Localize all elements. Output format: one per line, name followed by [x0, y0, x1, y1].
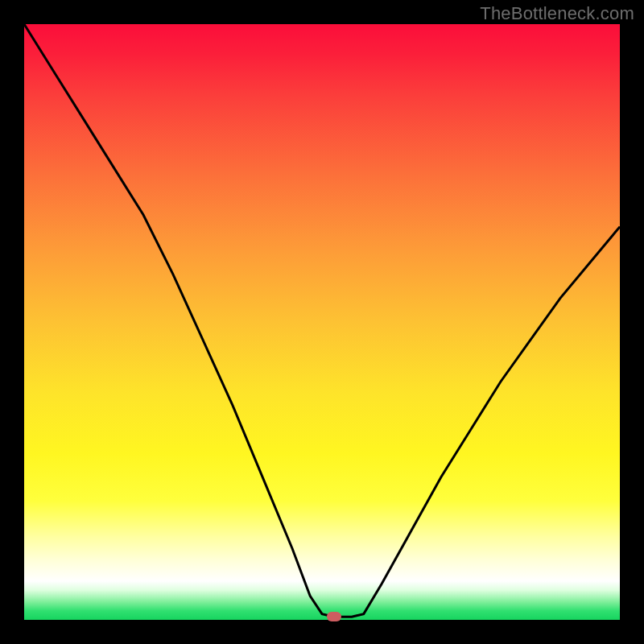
watermark-text: TheBottleneck.com: [480, 3, 634, 24]
plot-area: [24, 24, 620, 620]
chart-frame: TheBottleneck.com: [0, 0, 644, 644]
minimum-marker: [327, 612, 341, 621]
bottleneck-curve: [24, 24, 620, 620]
